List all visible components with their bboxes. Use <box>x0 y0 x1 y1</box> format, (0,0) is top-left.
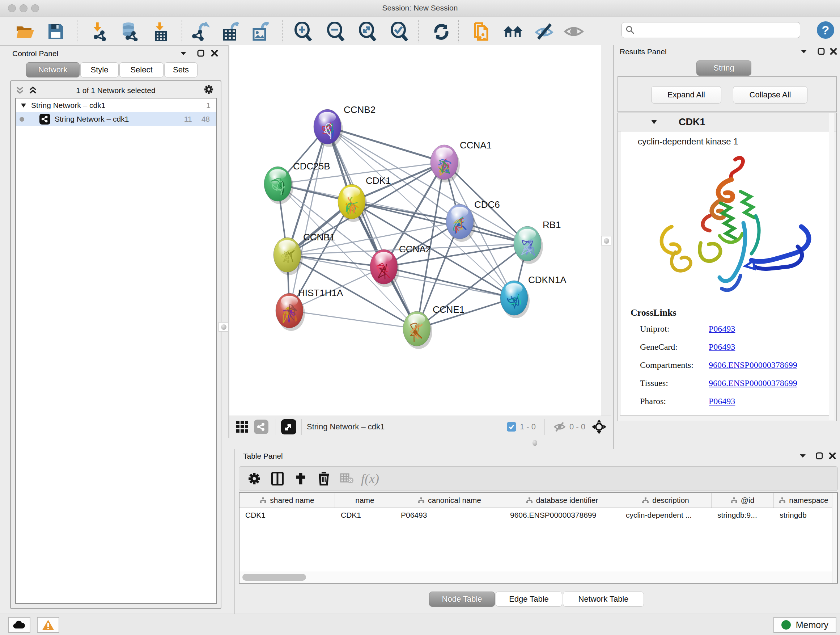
network-list-box: 1 of 1 Network selected String Network –… <box>10 80 221 609</box>
open-session-icon[interactable] <box>15 21 35 42</box>
tab-style[interactable]: Style <box>80 62 118 78</box>
help-button[interactable]: ? <box>817 21 834 39</box>
node-CDKN1A[interactable]: CDKN1A <box>500 274 567 318</box>
column-header-@id[interactable]: @id <box>712 493 774 508</box>
column-header-canonical-name[interactable]: canonical name <box>395 493 504 508</box>
table-hscrollbar[interactable] <box>240 572 837 583</box>
table-vscrollbar[interactable] <box>832 493 837 583</box>
left-splitter-grip[interactable] <box>218 322 229 332</box>
panel-float-icon[interactable] <box>196 49 205 58</box>
node-CCNB2[interactable]: CCNB2 <box>314 104 376 147</box>
refresh-icon[interactable] <box>431 21 452 42</box>
column-header-database-identifier[interactable]: database identifier <box>504 493 620 508</box>
right-splitter-grip[interactable] <box>601 236 611 245</box>
table-options-gear-icon[interactable] <box>243 469 266 488</box>
panel-close-icon[interactable] <box>210 49 219 58</box>
network-options-gear-icon[interactable] <box>204 85 213 94</box>
tab-sets[interactable]: Sets <box>164 62 197 78</box>
network-canvas[interactable]: CCNB2CCNA1CDC25BCDK1CDC6RB1CCNB1CCNA2CDK… <box>229 45 601 416</box>
add-column-icon[interactable] <box>289 469 312 488</box>
export-table-icon[interactable] <box>221 21 241 42</box>
results-tab-string[interactable]: String <box>696 60 752 76</box>
zoom-in-icon[interactable] <box>293 21 313 42</box>
import-network-file-icon[interactable] <box>89 21 109 42</box>
table-cell: stringdb <box>774 508 834 523</box>
panel-menu-icon[interactable] <box>799 47 808 56</box>
import-network-database-icon[interactable] <box>120 21 141 42</box>
node-CCNE1[interactable]: CCNE1 <box>403 304 464 349</box>
network-row-selected[interactable]: String Network – cdk1 11 48 <box>16 112 216 126</box>
expand-all-button[interactable]: Expand All <box>651 86 722 103</box>
horizontal-splitter[interactable] <box>229 437 611 449</box>
warning-button[interactable] <box>37 617 59 633</box>
clone-network-icon[interactable] <box>472 21 492 42</box>
panel-close-icon[interactable] <box>829 47 838 56</box>
memory-status-dot <box>782 620 791 630</box>
node-HIST1H1A[interactable]: HIST1H1A <box>276 287 343 331</box>
network-selection-status: 1 of 1 Network selected <box>11 86 221 95</box>
delete-table-icon <box>335 469 358 488</box>
crosslink-label: GeneCard: <box>640 342 709 352</box>
crosslink-link[interactable]: 9606.ENSP00000378699 <box>709 378 797 388</box>
horizontal-splitter-grip[interactable] <box>532 440 537 446</box>
tab-network[interactable]: Network <box>26 62 80 78</box>
node-CDC25B[interactable]: CDC25B <box>264 161 330 204</box>
column-header-name[interactable]: name <box>335 493 395 508</box>
export-image-icon[interactable] <box>250 21 271 42</box>
results-scrollbar[interactable] <box>829 113 834 420</box>
crosslink-row: Compartments:9606.ENSP00000378699 <box>640 360 834 370</box>
crosslink-link[interactable]: P06493 <box>709 324 735 334</box>
edge-CDKN1A-CCNE1[interactable] <box>417 298 514 329</box>
column-header-description[interactable]: description <box>620 493 712 508</box>
save-session-icon[interactable] <box>46 21 66 42</box>
fit-crosshair-icon[interactable] <box>592 420 606 434</box>
panel-menu-icon[interactable] <box>179 49 188 58</box>
node-RB1[interactable]: RB1 <box>514 219 561 264</box>
panel-close-icon[interactable] <box>828 451 837 461</box>
zoom-out-icon[interactable] <box>325 21 346 42</box>
edge-CCNB2-RB1[interactable] <box>327 127 527 244</box>
tab-select[interactable]: Select <box>119 62 164 78</box>
edge-CCNA2-CDKN1A[interactable] <box>384 267 514 298</box>
column-header-shared-name[interactable]: shared name <box>240 493 335 508</box>
entry-header-cdk1[interactable]: CDK1 <box>618 113 836 131</box>
column-header-namespace[interactable]: namespace <box>774 493 834 508</box>
hide-selected-eye-icon[interactable] <box>534 21 554 42</box>
hscroll-thumb[interactable] <box>242 574 306 581</box>
node-label: CCNE1 <box>433 304 464 315</box>
panel-float-icon[interactable] <box>816 47 826 56</box>
node-CCNA1[interactable]: CCNA1 <box>431 140 492 182</box>
delete-column-trash-icon[interactable] <box>312 469 335 488</box>
import-table-icon[interactable] <box>150 21 171 42</box>
zoom-selected-icon[interactable] <box>389 21 409 42</box>
crosslink-link[interactable]: P06493 <box>709 342 735 352</box>
show-all-eye-icon[interactable] <box>564 21 584 42</box>
table-row[interactable]: CDK1CDK1P064939606.ENSP00000378699cyclin… <box>240 508 837 523</box>
selected-checkbox-icon[interactable] <box>507 422 516 432</box>
window-title: Session: New Session <box>0 4 840 12</box>
grid-view-icon[interactable] <box>233 417 252 436</box>
edge-CCNB2-CCNE1[interactable] <box>327 127 417 329</box>
control-panel-tabs: NetworkStyleSelectSets <box>26 62 207 78</box>
panel-float-icon[interactable] <box>815 451 824 461</box>
network-share-view-icon[interactable] <box>252 417 271 436</box>
network-collection-row[interactable]: String Network – cdk1 1 <box>16 98 216 112</box>
crosslink-link[interactable]: 9606.ENSP00000378699 <box>709 360 797 370</box>
tab-edge-table[interactable]: Edge Table <box>496 592 562 607</box>
export-network-icon[interactable] <box>189 21 210 42</box>
edge-HIST1H1A-CCNE1[interactable] <box>289 310 417 329</box>
zoom-fit-icon[interactable] <box>357 21 378 42</box>
tab-network-table[interactable]: Network Table <box>563 592 644 607</box>
search-field[interactable] <box>622 22 800 38</box>
search-input[interactable] <box>635 26 788 35</box>
panel-menu-icon[interactable] <box>798 451 807 461</box>
tab-node-table[interactable]: Node Table <box>429 592 495 607</box>
collapse-all-button[interactable]: Collapse All <box>733 86 807 103</box>
show-columns-icon[interactable] <box>266 469 289 488</box>
birds-eye-view-icon[interactable] <box>281 419 296 434</box>
memory-button[interactable]: Memory <box>774 617 836 633</box>
cloud-button[interactable] <box>8 617 30 633</box>
edge-CCNB2-CCNA1[interactable] <box>327 127 444 162</box>
home-style-icon[interactable] <box>503 21 523 42</box>
crosslink-link[interactable]: P06493 <box>709 396 735 406</box>
